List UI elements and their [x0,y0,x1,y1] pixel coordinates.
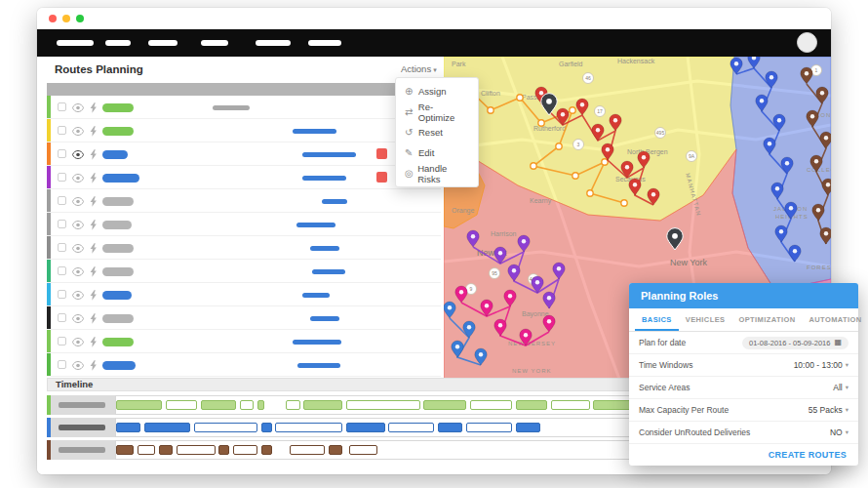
nav-menu-item[interactable] [57,40,94,46]
flash-icon[interactable] [90,220,98,230]
row-checkbox[interactable] [58,266,66,275]
menu-item-re-optimize[interactable]: ⇄Re-Optimize [396,102,478,122]
risk-alert-badge[interactable] [376,148,387,159]
route-stop[interactable] [587,190,593,196]
nav-menu-item[interactable] [201,40,228,46]
timeline-segment[interactable] [303,400,342,410]
route-stop[interactable] [572,173,578,179]
row-checkbox[interactable] [58,173,66,182]
route-row[interactable] [47,166,441,189]
route-stop[interactable] [517,95,523,101]
timeline-segment[interactable] [116,400,162,410]
timeline-segment[interactable] [551,400,590,410]
route-row[interactable] [47,189,441,213]
nav-menu-item[interactable] [148,40,178,46]
date-range-picker[interactable]: 01-08-2016 - 05-09-2016▦ [742,337,848,349]
visibility-eye-icon[interactable] [72,174,84,183]
field-select[interactable]: 10:00 - 13:00▾ [794,360,848,370]
timeline-segment[interactable] [346,400,420,410]
flash-icon[interactable] [90,360,98,371]
row-checkbox[interactable] [58,102,66,111]
tab-automation[interactable]: AUTOMATION [802,308,868,331]
visibility-eye-icon[interactable] [72,361,84,370]
visibility-eye-icon[interactable] [72,338,84,346]
window-titlebar[interactable] [37,8,831,29]
row-checkbox[interactable] [58,290,66,299]
timeline-segment[interactable] [466,423,512,432]
timeline-segment[interactable] [177,445,216,455]
window-minimize-button[interactable] [62,15,70,22]
route-stop[interactable] [488,107,493,113]
row-checkbox[interactable] [58,313,66,322]
tab-basics[interactable]: BASICS [635,308,679,331]
timeline-segment[interactable] [516,423,540,432]
nav-menu-item[interactable] [105,40,131,46]
timeline-segment[interactable] [470,400,513,410]
nav-menu-item[interactable] [308,40,341,46]
tab-vehicles[interactable]: VEHICLES [679,308,732,331]
timeline-segment[interactable] [261,445,272,455]
field-select[interactable]: 55 Packs▾ [809,405,848,415]
flash-icon[interactable] [90,243,98,254]
route-stop[interactable] [621,200,627,206]
timeline-segment[interactable] [261,423,272,432]
timeline-segment[interactable] [194,423,257,432]
route-stop[interactable] [570,107,575,113]
route-row[interactable] [47,260,441,283]
menu-item-handle-risks[interactable]: ◎Handle Risks [396,163,478,183]
route-row[interactable] [47,353,441,377]
timeline-segment[interactable] [290,445,325,455]
timeline-segment[interactable] [116,445,134,455]
timeline-segment[interactable] [240,400,255,410]
row-checkbox[interactable] [58,126,66,135]
visibility-eye-icon[interactable] [72,221,84,229]
window-close-button[interactable] [49,15,57,22]
route-row[interactable] [47,236,441,260]
row-checkbox[interactable] [58,220,66,228]
nav-menu-item[interactable] [256,40,291,46]
visibility-eye-icon[interactable] [72,291,84,300]
timeline-segment[interactable] [438,423,462,432]
route-row[interactable] [47,306,441,330]
route-stop[interactable] [531,163,536,169]
flash-icon[interactable] [90,196,98,207]
timeline-segment[interactable] [388,423,434,432]
visibility-eye-icon[interactable] [72,244,84,253]
route-row[interactable] [47,96,441,119]
timeline-segment[interactable] [159,445,174,455]
row-checkbox[interactable] [58,360,66,369]
timeline-segment[interactable] [275,423,342,432]
flash-icon[interactable] [90,266,98,277]
visibility-eye-icon[interactable] [72,150,84,159]
timeline-segment[interactable] [423,400,466,410]
timeline-segment[interactable] [144,423,190,432]
flash-icon[interactable] [90,337,98,347]
timeline-segment[interactable] [166,400,198,410]
route-row[interactable] [47,213,441,236]
flash-icon[interactable] [90,149,98,160]
field-select[interactable]: All▾ [833,383,848,392]
timeline-segment[interactable] [329,445,343,455]
menu-item-edit[interactable]: ✎Edit [396,142,478,163]
timeline-segment[interactable] [116,423,140,432]
menu-item-assign[interactable]: ⊕Assign [396,81,478,102]
flash-icon[interactable] [90,102,98,113]
timeline-segment[interactable] [233,445,257,455]
row-checkbox[interactable] [58,196,66,205]
timeline-segment[interactable] [516,400,548,410]
row-checkbox[interactable] [58,337,66,346]
flash-icon[interactable] [90,290,98,301]
route-stop[interactable] [556,143,562,149]
field-select[interactable]: NO▾ [830,427,848,437]
timeline-segment[interactable] [138,445,155,455]
user-avatar[interactable] [797,32,817,53]
menu-item-reset[interactable]: ↺Reset [396,122,478,142]
timeline-segment[interactable] [349,445,377,455]
flash-icon[interactable] [90,313,98,324]
row-checkbox[interactable] [58,149,66,158]
risk-alert-badge[interactable] [376,172,387,183]
timeline-segment[interactable] [218,445,229,455]
timeline-segment[interactable] [346,423,385,432]
create-routes-button[interactable]: CREATE ROUTES [769,450,847,460]
timeline-segment[interactable] [286,400,300,410]
